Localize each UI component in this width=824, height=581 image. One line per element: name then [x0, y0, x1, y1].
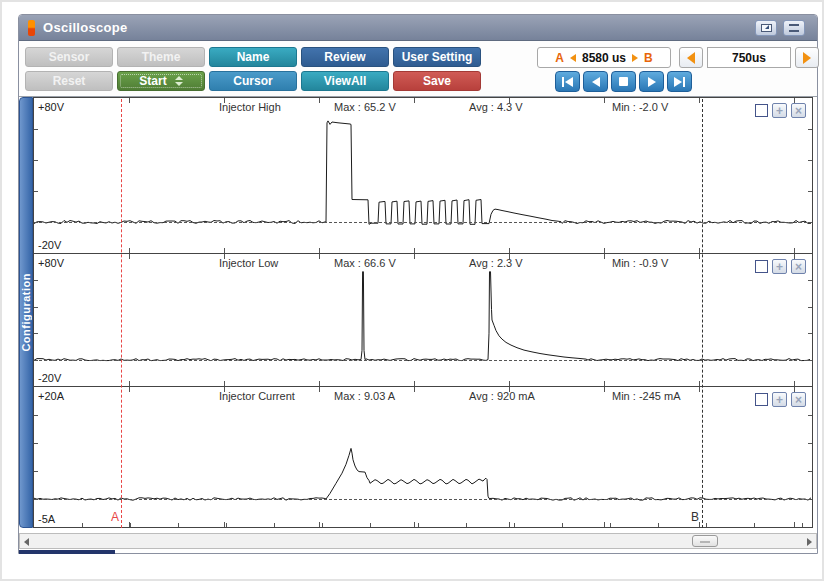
stat-min: Min : -245 mA [612, 390, 680, 402]
viewall-button[interactable]: ViewAll [301, 71, 389, 91]
axis-tick [808, 499, 812, 500]
timebase-increase-button[interactable] [795, 47, 819, 68]
stat-min: Min : -2.0 V [612, 101, 668, 113]
screenshot-root: Oscilloscope Sensor Theme Name Review Us… [0, 0, 824, 581]
channel-expand-button[interactable]: + [772, 259, 787, 274]
timebase-decrease-button[interactable] [679, 47, 703, 68]
axis-tick [414, 248, 415, 253]
axis-tick [319, 381, 320, 386]
channel-select-checkbox[interactable] [755, 260, 768, 273]
channel-expand-button[interactable]: + [772, 103, 787, 118]
axis-tick [370, 523, 371, 527]
cursor-b-line[interactable] [702, 99, 703, 528]
axis-tick [604, 522, 605, 527]
bottom-left-bar [19, 550, 115, 554]
reset-button[interactable]: Reset [25, 71, 113, 91]
axis-tick [808, 129, 812, 130]
axis-tick [794, 381, 795, 386]
stat-max: Max : 9.03 A [334, 390, 395, 402]
ab-range-value: 8580 us [582, 51, 626, 65]
axis-tick [604, 98, 605, 103]
axis-tick [34, 415, 38, 416]
axis-tick [794, 254, 795, 259]
scroll-left-icon[interactable] [24, 538, 29, 546]
axis-tick [224, 254, 225, 259]
minimize-button[interactable] [783, 20, 805, 36]
horizontal-scrollbar[interactable] [19, 533, 817, 549]
axis-tick [34, 129, 38, 130]
stat-avg: Avg : 2.3 V [469, 257, 523, 269]
play-icon [648, 77, 656, 87]
axis-tick [226, 523, 227, 527]
axis-tick [34, 443, 38, 444]
axis-tick [699, 254, 700, 259]
timebase-value[interactable]: 750us [707, 47, 791, 68]
start-button[interactable]: Start [117, 71, 205, 91]
axis-tick [699, 381, 700, 386]
channel-name: Injector High [219, 101, 281, 113]
skip-to-end-button[interactable] [667, 71, 692, 92]
axis-tick [610, 523, 611, 527]
titlebar[interactable]: Oscilloscope [19, 15, 817, 41]
cursor-a-line[interactable] [121, 99, 122, 528]
cursor-button[interactable]: Cursor [209, 71, 297, 91]
step-back-icon [592, 77, 600, 87]
axis-tick [808, 307, 812, 308]
name-button[interactable]: Name [209, 47, 297, 67]
save-button[interactable]: Save [393, 71, 481, 91]
step-back-button[interactable] [583, 71, 608, 92]
user-setting-button[interactable]: User Setting [393, 47, 481, 67]
channel-panel-injector-high: +80V -20V Injector High Max : 65.2 V Avg… [34, 98, 812, 254]
y-min-label: -20V [38, 372, 61, 384]
zero-reference-line [34, 360, 812, 361]
axis-tick [604, 248, 605, 253]
channel-panel-injector-low: +80V -20V Injector Low Max : 66.6 V Avg … [34, 254, 812, 387]
stop-button[interactable] [611, 71, 636, 92]
axis-tick [562, 523, 563, 527]
axis-tick [224, 522, 225, 527]
scroll-right-icon[interactable] [807, 538, 812, 546]
configuration-tab[interactable]: Configuration [19, 97, 33, 528]
axis-tick [322, 523, 323, 527]
skip-to-start-icon [565, 77, 573, 87]
axis-tick [82, 523, 83, 527]
theme-button[interactable]: Theme [117, 47, 205, 67]
left-arrow-icon [687, 52, 695, 64]
channel-name: Injector Low [219, 257, 278, 269]
review-button[interactable]: Review [301, 47, 389, 67]
axis-tick [34, 333, 38, 334]
app-icon [28, 20, 35, 36]
y-min-label: -20V [38, 239, 61, 251]
a-marker-icon [570, 54, 576, 62]
cursor-a-bottom-label: A [111, 510, 119, 524]
play-button[interactable] [639, 71, 664, 92]
axis-tick [808, 471, 812, 472]
skip-to-start-button[interactable] [555, 71, 580, 92]
channel-select-checkbox[interactable] [755, 104, 768, 117]
axis-tick [178, 523, 179, 527]
right-arrow-icon [803, 52, 811, 64]
axis-tick [466, 523, 467, 527]
axis-tick [706, 523, 707, 527]
axis-tick [808, 443, 812, 444]
axis-tick [319, 254, 320, 259]
stop-icon [619, 77, 628, 86]
axis-tick [509, 387, 510, 392]
axis-tick [658, 523, 659, 527]
axis-tick [414, 387, 415, 392]
axis-tick [129, 381, 130, 386]
y-max-label: +80V [38, 101, 64, 113]
channel-select-checkbox[interactable] [755, 393, 768, 406]
axis-tick [509, 98, 510, 103]
channel-close-button[interactable]: × [791, 259, 806, 274]
sensor-button[interactable]: Sensor [25, 47, 113, 67]
channel-expand-button[interactable]: + [772, 392, 787, 407]
start-spinner-icon[interactable] [175, 76, 183, 86]
scrollbar-thumb[interactable] [692, 535, 718, 547]
axis-tick [34, 360, 38, 361]
channel-close-button[interactable]: × [791, 392, 806, 407]
channel-close-button[interactable]: × [791, 103, 806, 118]
skip-to-end-icon [674, 77, 682, 87]
oscilloscope-window: Oscilloscope Sensor Theme Name Review Us… [18, 14, 818, 554]
screenshot-button[interactable] [755, 20, 777, 36]
